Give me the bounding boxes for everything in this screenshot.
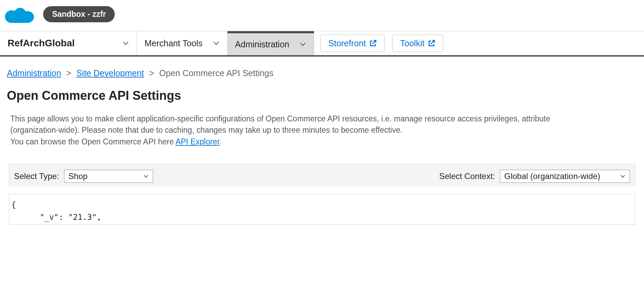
storefront-label: Storefront — [328, 38, 366, 48]
breadcrumb-separator: > — [146, 68, 157, 78]
breadcrumb-administration[interactable]: Administration — [7, 68, 61, 78]
description-line1: This page allows you to make client appl… — [10, 114, 550, 123]
breadcrumb: Administration > Site Development > Open… — [0, 57, 644, 80]
description-period: . — [219, 137, 221, 146]
menu-administration-label: Administration — [235, 39, 289, 49]
select-context-dropdown[interactable]: Global (organization-wide) — [500, 170, 630, 183]
select-context-value: Global (organization-wide) — [504, 171, 600, 181]
chevron-down-icon — [122, 40, 129, 47]
select-type-dropdown[interactable]: Shop — [64, 170, 153, 183]
settings-controls: Select Type: Shop Select Context: Global… — [9, 164, 635, 186]
menu-merchant-tools[interactable]: Merchant Tools — [137, 31, 227, 55]
menu-administration[interactable]: Administration — [227, 31, 314, 55]
chevron-down-icon — [143, 174, 149, 179]
site-selector-label: RefArchGlobal — [8, 38, 75, 49]
description-line2a: (organization-wide). Please note that du… — [10, 126, 402, 134]
ocapi-config-textarea[interactable]: { "_v": "21.3", — [9, 194, 635, 225]
storefront-button[interactable]: Storefront — [320, 35, 385, 52]
description-line2b: You can browse the Open Commerce API her… — [10, 137, 175, 146]
external-link-icon — [428, 39, 435, 47]
sandbox-badge: Sandbox - zzfr — [43, 6, 115, 22]
toolkit-button[interactable]: Toolkit — [392, 35, 443, 52]
menu-merchant-tools-label: Merchant Tools — [145, 38, 202, 48]
page-description: This page allows you to make client appl… — [0, 113, 644, 147]
breadcrumb-site-development[interactable]: Site Development — [76, 68, 144, 78]
chevron-down-icon — [299, 41, 306, 48]
page-title: Open Commerce API Settings — [7, 88, 637, 103]
external-link-icon — [369, 39, 377, 47]
chevron-down-icon — [213, 40, 220, 47]
main-menu: RefArchGlobal Merchant Tools Administrat… — [0, 31, 644, 57]
select-context-label: Select Context: — [439, 171, 495, 181]
chevron-down-icon — [620, 174, 626, 179]
select-type-label: Select Type: — [14, 171, 59, 181]
toolkit-label: Toolkit — [400, 38, 424, 48]
select-type-value: Shop — [69, 171, 88, 181]
breadcrumb-separator: > — [63, 68, 74, 78]
site-selector[interactable]: RefArchGlobal — [0, 31, 137, 55]
salesforce-cloud-icon — [3, 3, 34, 25]
api-explorer-link[interactable]: API Explorer — [175, 137, 219, 146]
breadcrumb-current: Open Commerce API Settings — [159, 68, 273, 78]
